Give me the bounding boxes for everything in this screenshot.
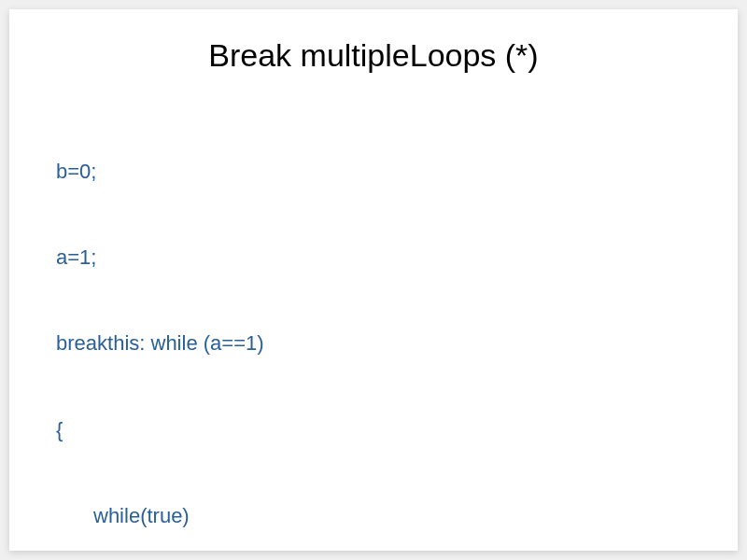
- code-line: a=1;: [56, 244, 691, 273]
- code-line: {: [56, 416, 691, 445]
- code-line: b=0;: [56, 158, 691, 187]
- code-line: breakthis: while (a==1): [56, 329, 691, 358]
- code-line: while(true): [56, 502, 691, 531]
- slide-title: Break multipleLoops (*): [56, 37, 691, 74]
- code-block: b=0; a=1; breakthis: while (a==1) { whil…: [56, 100, 691, 560]
- slide: Break multipleLoops (*) b=0; a=1; breakt…: [9, 9, 738, 551]
